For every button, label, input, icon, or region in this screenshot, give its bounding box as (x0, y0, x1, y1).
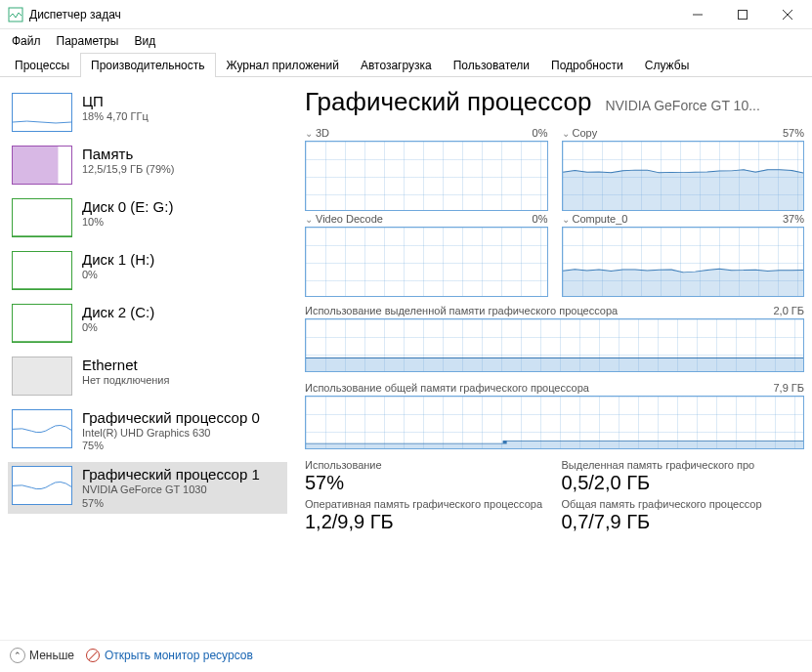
sidebar-item-title: Диск 2 (C:) (82, 304, 154, 320)
sidebar-item-2[interactable]: Диск 0 (E: G:)10% (8, 194, 287, 241)
sidebar-item-7[interactable]: Графический процессор 1NVIDIA GeForce GT… (8, 462, 287, 513)
engine-name[interactable]: 3D (316, 127, 329, 139)
engine-pct: 0% (533, 127, 548, 139)
engine-chart-3d: 3D0% (305, 127, 548, 211)
stats-grid: Использование 57% Выделенная память граф… (305, 459, 804, 533)
engine-pct: 57% (783, 127, 804, 139)
sidebar-item-sub: 18% 4,70 ГГц (82, 110, 149, 123)
engine-chart-box[interactable] (305, 227, 548, 297)
stat-usage-value: 57% (305, 472, 548, 494)
stat-ram-label: Оперативная память графического процессо… (305, 498, 548, 510)
fewer-details-label: Меньше (29, 649, 74, 662)
sidebar-item-title: Графический процессор 0 (82, 409, 260, 426)
tab-app-history[interactable]: Журнал приложений (216, 53, 350, 77)
app-icon (8, 7, 23, 22)
sidebar-item-sub: 0% (82, 269, 154, 281)
shared-mem-chart[interactable] (305, 396, 804, 449)
chevron-down-icon[interactable] (562, 127, 570, 139)
engine-chart-box[interactable] (562, 141, 805, 211)
stat-shared-label: Общая память графического процессор (562, 498, 805, 510)
dedicated-mem-block: Использование выделенной памяти графичес… (305, 305, 804, 372)
sidebar-item-6[interactable]: Графический процессор 0Intel(R) UHD Grap… (8, 405, 287, 456)
sidebar-item-title: Диск 0 (E: G:) (82, 198, 173, 215)
resource-monitor-icon (86, 649, 100, 662)
engine-charts: 3D0%Copy57%Video Decode0%Compute_037% (305, 127, 804, 297)
engine-pct: 37% (783, 213, 804, 225)
menu-file[interactable]: Файл (4, 32, 49, 50)
stat-usage: Использование 57% (305, 459, 548, 494)
tabs: Процессы Производительность Журнал прило… (0, 53, 812, 77)
svg-rect-5 (13, 147, 58, 185)
svg-rect-2 (739, 10, 748, 19)
tab-startup[interactable]: Автозагрузка (350, 53, 443, 77)
tab-users[interactable]: Пользователи (443, 53, 540, 77)
engine-chart-video-decode: Video Decode0% (305, 213, 548, 297)
window-title: Диспетчер задач (29, 8, 675, 21)
footer: ⌃ Меньше Открыть монитор ресурсов (0, 640, 812, 669)
sidebar-item-title: Память (82, 146, 175, 162)
sidebar-item-title: ЦП (82, 93, 149, 109)
menu-options[interactable]: Параметры (49, 32, 127, 50)
open-resource-monitor-link[interactable]: Открыть монитор ресурсов (86, 649, 253, 662)
sidebar-thumb-icon (12, 251, 72, 290)
menubar: Файл Параметры Вид (0, 29, 812, 53)
sidebar-thumb-icon (12, 357, 72, 396)
sidebar-item-5[interactable]: EthernetНет подключения (8, 353, 287, 399)
sidebar-item-4[interactable]: Диск 2 (C:)0% (8, 300, 287, 347)
fewer-details-button[interactable]: ⌃ Меньше (10, 648, 74, 663)
sidebar-item-sub: 0% (82, 321, 154, 334)
main-panel: Графический процессор NVIDIA GeForce GT … (293, 77, 812, 640)
minimize-button[interactable] (675, 0, 720, 29)
engine-pct: 0% (533, 213, 548, 225)
sidebar-item-0[interactable]: ЦП18% 4,70 ГГц (8, 89, 287, 136)
sidebar-item-3[interactable]: Диск 1 (H:)0% (8, 247, 287, 294)
stat-dedicated: Выделенная память графического про 0,5/2… (562, 459, 805, 494)
engine-chart-compute_0: Compute_037% (562, 213, 805, 297)
close-button[interactable] (765, 0, 810, 29)
sidebar: ЦП18% 4,70 ГГцПамять12,5/15,9 ГБ (79%)Ди… (0, 77, 293, 640)
chevron-down-icon[interactable] (305, 127, 313, 139)
shared-mem-label: Использование общей памяти графического … (305, 382, 589, 394)
tab-services[interactable]: Службы (634, 53, 700, 77)
dedicated-mem-max: 2,0 ГБ (773, 305, 804, 316)
tab-details[interactable]: Подробности (540, 53, 634, 77)
shared-mem-max: 7,9 ГБ (773, 382, 804, 394)
sidebar-thumb-icon (12, 304, 72, 343)
content: ЦП18% 4,70 ГГцПамять12,5/15,9 ГБ (79%)Ди… (0, 77, 812, 640)
sidebar-thumb-icon (12, 198, 72, 237)
shared-mem-block: Использование общей памяти графического … (305, 382, 804, 449)
stat-dedicated-label: Выделенная память графического про (562, 459, 805, 471)
stat-shared: Общая память графического процессор 0,7/… (562, 498, 805, 533)
stat-usage-label: Использование (305, 459, 548, 471)
svg-rect-7 (306, 358, 803, 371)
dedicated-mem-label: Использование выделенной памяти графичес… (305, 305, 618, 316)
sidebar-thumb-icon (12, 409, 72, 448)
sidebar-thumb-icon (12, 466, 72, 505)
stat-ram-value: 1,2/9,9 ГБ (305, 511, 548, 533)
menu-view[interactable]: Вид (126, 32, 163, 50)
maximize-button[interactable] (720, 0, 765, 29)
gpu-name: NVIDIA GeForce GT 10... (605, 98, 759, 113)
stat-dedicated-value: 0,5/2,0 ГБ (562, 472, 805, 494)
stat-ram: Оперативная память графического процессо… (305, 498, 548, 533)
svg-rect-6 (13, 357, 71, 396)
chevron-down-icon[interactable] (562, 213, 570, 225)
sidebar-item-sub: Нет подключения (82, 374, 169, 387)
sidebar-item-title: Графический процессор 1 (82, 466, 260, 483)
sidebar-thumb-icon (12, 146, 72, 185)
sidebar-item-sub: 10% (82, 216, 173, 229)
engine-name[interactable]: Compute_0 (573, 213, 628, 225)
tab-performance[interactable]: Производительность (80, 53, 215, 77)
engine-chart-box[interactable] (305, 141, 548, 211)
titlebar: Диспетчер задач (0, 0, 812, 29)
chevron-down-icon[interactable] (305, 213, 313, 225)
engine-name[interactable]: Copy (573, 127, 598, 139)
dedicated-mem-chart[interactable] (305, 318, 804, 372)
engine-chart-box[interactable] (562, 227, 805, 297)
stat-shared-value: 0,7/7,9 ГБ (562, 511, 805, 533)
tab-processes[interactable]: Процессы (4, 53, 80, 77)
sidebar-item-1[interactable]: Память12,5/15,9 ГБ (79%) (8, 142, 287, 189)
engine-name[interactable]: Video Decode (316, 213, 383, 225)
engine-chart-copy: Copy57% (562, 127, 805, 211)
sidebar-item-title: Диск 1 (H:) (82, 251, 154, 268)
